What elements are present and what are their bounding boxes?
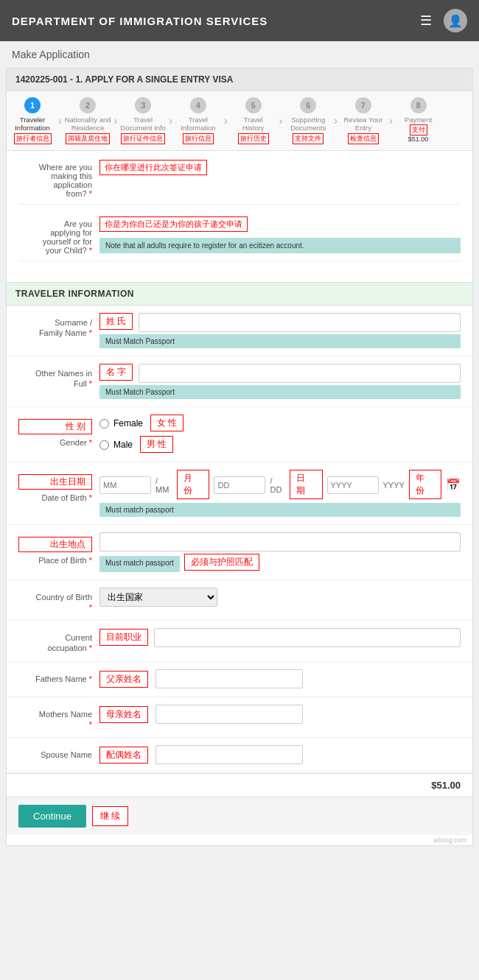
step-7-label: Review YourEntry	[343, 116, 382, 133]
app-title: DEPARTMENT OF IMMIGRATION SERVICES	[12, 15, 268, 27]
main-card: 1420225-001 - 1. APPLY FOR A SINGLE ENTR…	[6, 68, 473, 846]
place-birth-input[interactable]	[99, 532, 461, 551]
country-birth-select[interactable]: 出生国家	[99, 588, 217, 607]
dob-input-wrap: / MM 月 份 / DD 日 期 YYYY 年 份 📅 Must match …	[99, 470, 461, 517]
country-birth-row: Country of Birth* 出生国家	[7, 580, 472, 621]
hamburger-icon[interactable]: ☰	[420, 13, 432, 29]
mothers-name-label: Mothers Name*	[18, 705, 99, 730]
spouse-name-cn-label: 配偶姓名	[99, 747, 148, 764]
fathers-name-input-wrap: 父亲姓名	[99, 669, 461, 689]
mothers-name-input[interactable]	[155, 705, 303, 724]
female-radio-item[interactable]: Female 女 性	[99, 415, 461, 433]
step-3-document[interactable]: 3 TravelDocument Info 旅行证件信息	[117, 91, 169, 150]
steps-container: 1 TravelerInformation 旅行者信息 › 2 National…	[7, 91, 472, 151]
month-cn-label: 月 份	[177, 470, 209, 499]
occupation-input[interactable]	[154, 628, 461, 647]
step-1-label-cn: 旅行者信息	[14, 133, 52, 144]
female-radio[interactable]	[99, 419, 109, 429]
step-7-review[interactable]: 7 Review YourEntry 检查信息	[338, 91, 389, 150]
male-radio[interactable]	[99, 440, 109, 450]
step-5-history[interactable]: 5 TravelHistory 旅行历史	[228, 91, 279, 150]
dob-sep-dd: / DD	[270, 476, 285, 494]
surname-label: Surname /Family Name *	[18, 313, 99, 339]
surname-cn-label: 姓 氏	[99, 313, 133, 330]
calendar-icon[interactable]: 📅	[446, 478, 461, 492]
questions-section: Where are youmaking thisapplicationfrom?…	[7, 151, 472, 282]
fathers-name-row: Fathers Name * 父亲姓名	[7, 662, 472, 697]
occupation-row: Currentoccupation * 目前职业	[7, 621, 472, 662]
spouse-name-row: Spouse Name 配偶姓名	[7, 738, 472, 773]
place-birth-label: 出生地点 Place of Birth *	[18, 532, 99, 566]
page-title: Make Application	[12, 49, 90, 60]
price-bar: $51.00	[7, 773, 472, 797]
other-names-hint: Must Match Passport	[99, 385, 461, 399]
step-2-nationality[interactable]: 2 Nationality andResidence 国籍及居住地	[62, 91, 114, 150]
year-cn-label: 年 份	[409, 470, 441, 499]
occupation-cn-label: 目前职业	[99, 629, 148, 646]
mothers-name-cn-label: 母亲姓名	[99, 706, 148, 723]
step-2-number: 2	[80, 97, 96, 113]
other-names-row: Other Names inFull * 名 字 Must Match Pass…	[7, 356, 472, 407]
step-7-number: 7	[355, 97, 371, 113]
step-8-payment[interactable]: 8 Payment 支付 $51.00	[393, 91, 444, 150]
mothers-name-row: Mothers Name* 母亲姓名	[7, 697, 472, 738]
fathers-name-cn-label: 父亲姓名	[99, 671, 148, 688]
watermark: ailxing.com	[7, 835, 472, 845]
step-4-travel-info[interactable]: 4 TravelInformation 旅行信息	[172, 91, 224, 150]
step-1-label: TravelerInformation	[15, 116, 50, 133]
gender-radio-group: Female 女 性 Male 男 性	[99, 415, 461, 454]
day-cn-label: 日 期	[290, 470, 322, 499]
dob-month-input[interactable]	[99, 476, 151, 494]
header-icons: ☰ 👤	[420, 9, 467, 32]
dob-sep-mm: / MM	[155, 476, 172, 494]
fathers-name-input[interactable]	[155, 669, 303, 688]
other-names-label: Other Names inFull *	[18, 364, 99, 389]
continue-cn-button[interactable]: 继 续	[92, 806, 128, 826]
place-birth-input-wrap: Must match passport 必须与护照匹配	[99, 532, 461, 572]
other-names-input[interactable]	[139, 364, 461, 383]
female-label: Female	[113, 418, 143, 429]
step-6-documents[interactable]: 6 SupportingDocuments 支持文件	[282, 91, 334, 150]
step-5-number: 5	[245, 97, 262, 113]
occupation-label: Currentoccupation *	[18, 628, 99, 654]
step-5-label: TravelHistory	[242, 116, 265, 133]
step-6-label: SupportingDocuments	[290, 116, 326, 133]
dob-hint: Must match passport	[99, 503, 461, 517]
dob-cn-label: 出生日期	[18, 474, 92, 490]
dob-label: 出生日期 Date of Birth *	[18, 470, 99, 504]
surname-input[interactable]	[139, 313, 461, 332]
gender-label: 性 别 Gender *	[18, 415, 99, 448]
step-2-label: Nationality andResidence	[65, 116, 111, 133]
spouse-name-label: Spouse Name	[18, 745, 99, 760]
fathers-name-label: Fathers Name *	[18, 669, 99, 684]
where-label: Where are youmaking thisapplicationfrom?…	[18, 160, 99, 198]
male-label: Male	[113, 440, 133, 450]
place-birth-row: 出生地点 Place of Birth * Must match passpor…	[7, 525, 472, 580]
step-1-number: 1	[24, 97, 41, 113]
dob-day-input[interactable]	[214, 476, 265, 494]
dob-year-input[interactable]	[327, 476, 379, 494]
applying-cn-label: 你是为你自己还是为你的孩子递交申请	[99, 216, 248, 232]
footer-bar: Continue 继 续	[7, 797, 472, 835]
applying-note: Note that all adults require to register…	[99, 238, 461, 253]
step-8-number: 8	[410, 97, 427, 113]
applying-label: Are youapplying foryourself or foryour C…	[18, 216, 99, 255]
step-1-traveler[interactable]: 1 TravelerInformation 旅行者信息	[7, 91, 58, 150]
step-8-price: $51.00	[408, 135, 429, 143]
step-6-label-cn: 支持文件	[293, 133, 324, 144]
step-8-label-cn: 支付	[410, 124, 427, 135]
male-radio-item[interactable]: Male 男 性	[99, 436, 461, 454]
price-value: $51.00	[431, 780, 461, 791]
step-2-label-cn: 国籍及居住地	[66, 133, 110, 144]
step-3-number: 3	[135, 97, 151, 113]
continue-button[interactable]: Continue	[18, 805, 86, 828]
surname-row: Surname /Family Name * 姓 氏 Must Match Pa…	[7, 306, 472, 356]
surname-hint: Must Match Passport	[99, 334, 461, 348]
gender-row: 性 别 Gender * Female 女 性 Male 男 性	[7, 407, 472, 462]
gender-input-wrap: Female 女 性 Male 男 性	[99, 415, 461, 454]
user-avatar[interactable]: 👤	[444, 9, 467, 32]
place-birth-cn-label: 出生地点	[18, 537, 92, 553]
surname-input-wrap: 姓 氏 Must Match Passport	[99, 313, 461, 348]
country-birth-input-wrap: 出生国家	[99, 588, 461, 607]
spouse-name-input[interactable]	[155, 745, 303, 764]
